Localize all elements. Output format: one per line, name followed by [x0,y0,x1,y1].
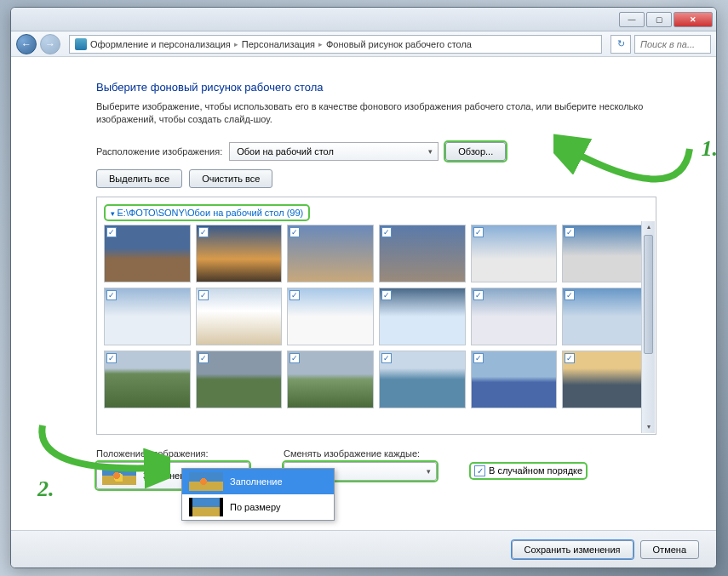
thumbnail[interactable]: ✓ [196,225,283,282]
thumbnail-checkbox[interactable]: ✓ [565,290,575,300]
thumbnail[interactable]: ✓ [104,351,191,408]
thumbnail[interactable]: ✓ [471,288,558,345]
thumbnail-checkbox[interactable]: ✓ [473,290,484,300]
shuffle-checkbox[interactable]: ✓ В случайном порядке [471,464,586,478]
save-button[interactable]: Сохранить изменения [512,540,633,559]
clear-all-button[interactable]: Очистить все [189,169,272,188]
location-value: Обои на рабочий стол [237,146,334,157]
thumbnail[interactable]: ✓ [562,288,649,345]
position-thumbnail-icon [102,466,136,485]
thumbnail[interactable]: ✓ [104,225,191,282]
fit-thumbnail-icon [189,498,223,516]
thumbnail[interactable]: ✓ [562,351,649,408]
breadcrumb-item[interactable]: Персонализация [242,39,315,49]
selection-buttons-row: Выделить все Очистить все [96,169,656,188]
thumbnail-image [197,225,282,282]
thumbnail-image [197,288,282,345]
thumbnail[interactable]: ✓ [379,225,466,282]
chevron-right-icon: ▸ [318,40,323,48]
titlebar: — ▢ ✕ [11,8,716,31]
breadcrumb-item[interactable]: Оформление и персонализация [90,39,231,49]
thumbnail-image [288,225,373,282]
thumbnail-image [380,288,465,345]
close-button[interactable]: ✕ [674,12,713,27]
thumbnail-image [380,351,465,408]
thumbnail-checkbox[interactable]: ✓ [473,353,484,363]
back-button[interactable]: ← [16,34,37,54]
thumbnail-image [105,225,190,282]
cancel-button[interactable]: Отмена [640,540,699,559]
window: — ▢ ✕ ← → Оформление и персонализация ▸ … [10,7,717,568]
thumbnail-checkbox[interactable]: ✓ [289,290,300,300]
thumbnail[interactable]: ✓ [379,288,466,345]
thumbnail-checkbox[interactable]: ✓ [198,353,209,363]
browse-button[interactable]: Обзор... [445,142,506,161]
thumbnail-checkbox[interactable]: ✓ [565,353,575,363]
location-select[interactable]: Обои на рабочий стол [229,142,439,161]
chevron-right-icon: ▸ [234,40,238,48]
search-input[interactable] [634,35,711,54]
thumbnail-checkbox[interactable]: ✓ [381,290,392,300]
thumbnail[interactable]: ✓ [196,288,283,345]
thumbnail-checkbox[interactable]: ✓ [289,353,300,363]
page-description: Выберите изображение, чтобы использовать… [96,100,656,127]
thumbnail[interactable]: ✓ [471,351,558,408]
scrollbar[interactable]: ▴ ▾ [641,221,655,433]
select-all-button[interactable]: Выделить все [96,169,182,188]
thumbnail-checkbox[interactable]: ✓ [106,227,117,237]
checkbox-icon: ✓ [474,465,485,476]
thumbnail-checkbox[interactable]: ✓ [381,227,392,237]
navbar: ← → Оформление и персонализация ▸ Персон… [11,31,716,57]
page-title: Выберите фоновый рисунок рабочего стола [96,81,656,94]
thumbnail-image [197,351,282,408]
location-label: Расположение изображения: [96,146,222,157]
thumbnail[interactable]: ✓ [471,225,558,282]
dropdown-option-fit[interactable]: По размеру [182,494,334,520]
scroll-down-icon[interactable]: ▾ [642,421,655,433]
thumbnail-image [380,225,465,282]
thumbnail[interactable]: ✓ [379,351,466,408]
thumbnail-checkbox[interactable]: ✓ [106,353,117,363]
minimize-button[interactable]: — [619,12,645,27]
thumbnail-image [472,288,557,345]
thumbnail-image [563,225,648,282]
shuffle-column: ✓ В случайном порядке [471,448,586,478]
thumbnail[interactable]: ✓ [562,225,649,282]
thumbnail[interactable]: ✓ [104,288,191,345]
gallery-path[interactable]: E:\ФОТО\SONY\Обои на рабочий стол (99) [106,206,308,220]
thumbnail-image [472,225,557,282]
thumbnail-image [105,351,190,408]
thumbnail-image [105,288,190,345]
interval-label: Сменять изображение каждые: [284,448,437,459]
dropdown-option-fill[interactable]: Заполнение [182,469,334,494]
thumbnail-image [563,351,648,408]
location-row: Расположение изображения: Обои на рабочи… [96,142,656,161]
thumbnail[interactable]: ✓ [196,351,283,408]
thumbnail-checkbox[interactable]: ✓ [198,290,209,300]
control-panel-icon [75,38,87,50]
position-dropdown: Заполнение По размеру [181,468,335,521]
scroll-up-icon[interactable]: ▴ [642,221,655,233]
thumbnail-checkbox[interactable]: ✓ [473,227,484,237]
breadcrumb-item[interactable]: Фоновый рисунок рабочего стола [326,39,472,49]
thumbnail[interactable]: ✓ [287,288,374,345]
breadcrumb[interactable]: Оформление и персонализация ▸ Персонализ… [69,35,602,54]
dropdown-option-label: По размеру [230,502,280,512]
thumbnail[interactable]: ✓ [287,225,374,282]
thumbnail-checkbox[interactable]: ✓ [381,353,392,363]
fill-thumbnail-icon [189,472,223,491]
forward-button[interactable]: → [40,34,60,54]
thumbnail-grid: ✓✓✓✓✓✓✓✓✓✓✓✓✓✓✓✓✓✓ [104,225,649,408]
thumbnail-checkbox[interactable]: ✓ [106,290,117,300]
scroll-thumb[interactable] [644,235,653,354]
thumbnail-checkbox[interactable]: ✓ [565,227,575,237]
annotation-1: 1. [702,136,719,162]
options-row: Положение изображения: Заполнение Сменят… [96,448,656,489]
thumbnail-image [563,288,648,345]
refresh-button[interactable]: ↻ [610,35,631,54]
maximize-button[interactable]: ▢ [646,12,672,27]
thumbnail-checkbox[interactable]: ✓ [198,227,209,237]
thumbnail-checkbox[interactable]: ✓ [289,227,300,237]
thumbnail-image [288,288,373,345]
thumbnail[interactable]: ✓ [287,351,374,408]
